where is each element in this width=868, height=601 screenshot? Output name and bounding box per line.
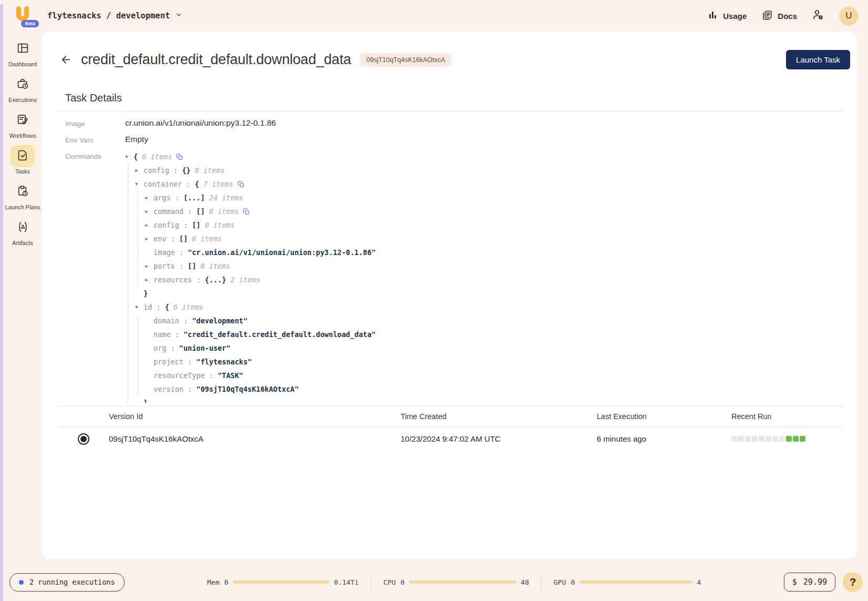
tree-bracket: { — [165, 303, 169, 311]
expand-arrow-icon[interactable]: ▶ — [145, 263, 154, 269]
run-status-square — [731, 436, 737, 442]
sidebar-icon-wrap — [11, 217, 35, 239]
tree-item-count: 0 items — [195, 166, 224, 175]
launch-plans-icon — [16, 185, 29, 200]
meter-bar — [580, 580, 692, 584]
sidebar-item-workflows[interactable]: Workflows — [4, 109, 41, 139]
env-vars-row: Env Vars Empty — [65, 135, 850, 144]
run-status-square — [752, 436, 758, 442]
tree-line: ▶args : [...]24 items — [125, 191, 850, 205]
sidebar-icon-wrap — [11, 38, 35, 60]
section-divider — [58, 111, 844, 111]
tree-line: ▶ports : []0 items — [125, 259, 850, 273]
copy-icon[interactable] — [238, 181, 244, 188]
commands-label: Commands — [65, 151, 125, 160]
help-button[interactable]: ? — [843, 572, 863, 592]
copy-icon[interactable] — [176, 154, 183, 160]
last-execution-cell: 6 minutes ago — [597, 434, 731, 443]
launch-task-button[interactable]: Launch Task — [786, 50, 850, 69]
tree-key: ports — [154, 262, 175, 270]
tree-indent-guide — [128, 164, 135, 177]
task-details-title: Task Details — [65, 92, 850, 104]
usage-link[interactable]: Usage — [707, 9, 747, 22]
tree-indent-guide — [128, 314, 135, 328]
tasks-icon — [16, 149, 29, 164]
version-row[interactable]: 09sjT10qTq4sK16kAOtxcA10/23/2024 9:47:02… — [58, 426, 844, 451]
tree-indent-guide — [128, 396, 135, 403]
currency-icon: $ — [792, 577, 797, 587]
collapse-arrow-icon[interactable]: ▼ — [135, 181, 144, 187]
tree-colon: : — [179, 221, 192, 229]
tree-colon: : — [179, 317, 192, 325]
run-status-square — [786, 436, 792, 442]
expand-arrow-icon[interactable]: ▶ — [145, 277, 154, 282]
docs-link[interactable]: Docs — [761, 9, 797, 23]
topbar-actions: Usage Docs U — [707, 6, 859, 26]
tree-item-count: 0 items — [200, 262, 230, 270]
tree-item-count: 0 items — [205, 221, 234, 229]
sidebar-item-artifacts[interactable]: Artifacts — [4, 217, 41, 247]
tree-indent-guide — [128, 341, 135, 355]
tree-line: resourceType : "TASK" — [125, 369, 850, 382]
copy-icon[interactable] — [243, 208, 250, 215]
tree-key: version — [154, 385, 183, 393]
sidebar-icon-wrap — [11, 109, 35, 131]
expand-arrow-icon[interactable]: ▶ — [145, 236, 154, 241]
collapse-arrow-icon[interactable]: ▼ — [125, 154, 134, 159]
tree-indent-guide — [128, 191, 135, 205]
sidebar-item-tasks[interactable]: Tasks — [4, 145, 41, 175]
column-header: Last Execution — [597, 412, 731, 421]
tree-bracket: { — [134, 152, 138, 161]
union-logo[interactable]: Beta — [15, 6, 32, 25]
expand-arrow-icon[interactable]: ▶ — [145, 195, 154, 200]
tree-indent-guide — [128, 232, 135, 246]
version-radio-selected[interactable] — [78, 433, 89, 445]
breadcrumb[interactable]: flytesnacks / development — [47, 11, 182, 21]
expand-arrow-icon[interactable]: ▶ — [135, 168, 144, 173]
admin-settings-button[interactable] — [812, 8, 824, 23]
sidebar-item-dashboard[interactable]: Dashboard — [4, 38, 41, 68]
tree-indent-guide — [138, 314, 145, 328]
tree-bracket: [...] — [183, 193, 205, 202]
expand-arrow-icon[interactable]: ▶ — [145, 209, 154, 214]
tree-indent-guide — [138, 341, 145, 355]
tree-colon: : — [175, 262, 188, 270]
meter-divider — [371, 573, 371, 591]
tree-key: resourceType — [154, 371, 205, 380]
tree-close-brace: } — [144, 289, 148, 298]
avatar[interactable]: U — [839, 6, 859, 26]
recent-run-cell — [731, 436, 844, 442]
cost-amount: 29.99 — [803, 577, 827, 587]
collapse-arrow-icon[interactable]: ▼ — [135, 304, 144, 310]
tree-line: ▼{6 items — [125, 150, 850, 164]
column-header: Time Created — [401, 412, 597, 421]
running-executions-pill[interactable]: 2 running executions — [9, 573, 125, 592]
tree-indent-guide — [138, 328, 145, 341]
sidebar-item-executions[interactable]: Executions — [4, 74, 41, 104]
avatar-initial: U — [845, 11, 852, 21]
tree-indent-guide — [138, 369, 145, 382]
tree-indent-guide — [128, 355, 135, 369]
back-button[interactable] — [60, 54, 72, 66]
tree-line: ▶command : []0 items — [125, 205, 850, 218]
chevron-down-icon — [175, 11, 182, 21]
expand-arrow-icon[interactable]: ▶ — [145, 222, 154, 228]
tree-bracket: {...} — [205, 276, 227, 284]
cost-pill[interactable]: $ 29.99 — [784, 573, 835, 592]
tree-item-count: 0 items — [192, 235, 222, 243]
sidebar-item-launch-plans[interactable]: Launch Plans — [4, 181, 41, 211]
versions-table-header: Version IdTime CreatedLast ExecutionRece… — [58, 406, 844, 426]
tree-value: "credit_default.credit_default.download_… — [183, 330, 376, 339]
tree-bracket: [] — [179, 235, 188, 243]
beta-badge: Beta — [21, 20, 39, 27]
tree-indent-guide — [138, 232, 145, 246]
tree-line: image : "cr.union.ai/v1/unionai/union:py… — [125, 246, 850, 259]
tree-line: ▼id : {6 items — [125, 300, 850, 314]
commands-row: Commands ▼{6 items▶config : {}0 items▼co… — [65, 151, 850, 403]
tree-item-count: 2 items — [230, 276, 260, 284]
tree-indent-guide — [138, 205, 145, 218]
tree-key: project — [154, 358, 183, 366]
tree-line: domain : "development" — [125, 314, 850, 328]
tree-bracket: { — [195, 180, 199, 188]
meter-gpu: GPU04 — [554, 578, 701, 586]
